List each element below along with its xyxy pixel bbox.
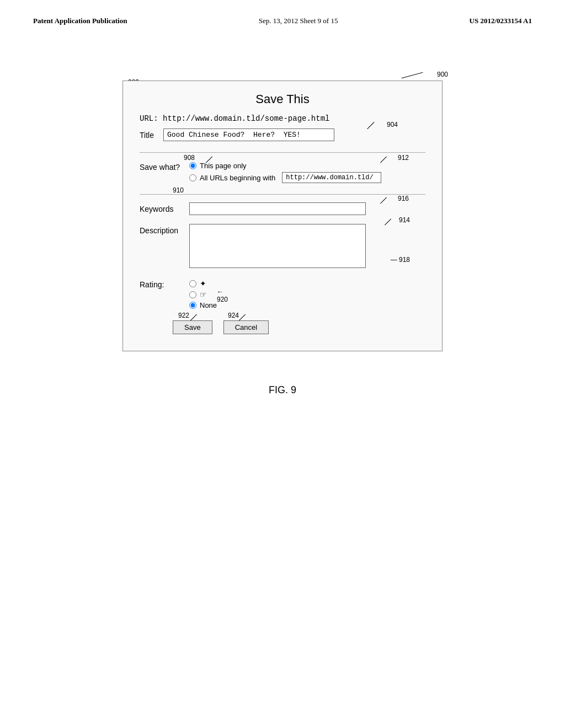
divider-1 [140,152,425,153]
title-row: Title 904 [140,129,425,141]
dialog-title: Save This [140,92,425,106]
ref-900: 900 [437,71,448,78]
radio-all-urls-input[interactable] [189,174,196,181]
ref-922: 922 [178,312,189,319]
ref-924: 924 [228,312,239,319]
ref-912: 912 [398,154,409,162]
ref-908: 908 [184,154,195,162]
ref-904: 904 [387,121,398,129]
url-label: URL: [140,114,158,123]
all-urls-input[interactable] [282,172,381,183]
patent-header: Patent Application Publication Sep. 13, … [0,0,565,25]
rating-item-3: None [189,301,217,309]
star-icon: ✦ [200,279,206,288]
ref-910: 910 [173,186,184,194]
radio-group: 908 This page only All URLs beginning wi… [189,162,381,183]
save-button[interactable]: Save [173,320,212,334]
rating-none-label: None [200,301,217,309]
description-label: Description [140,224,189,235]
keywords-label: Keywords [140,205,189,213]
line-912 [380,156,387,163]
title-label: Title [140,131,159,140]
buttons-row: 922 924 Save Cancel [173,320,425,334]
rating-label: Rating: [140,279,189,289]
radio-all-urls-label: All URLs beginning with [200,174,275,182]
radio-this-page-input[interactable] [189,162,196,169]
main-content: 900 902 Save This URL: http://www.domain… [89,81,476,396]
rating-options: ✦ ☞ ← 920 None [189,279,217,309]
line-916 [380,197,387,204]
rating-item-2: ☞ ← 920 [189,290,217,299]
rating-row: Rating: ✦ ☞ ← 920 [140,279,425,309]
radio-this-page-label: This page only [200,162,247,170]
divider-2 [140,194,425,195]
cancel-button[interactable]: Cancel [223,320,269,334]
url-row: URL: http://www.domain.tld/some-page.htm… [140,114,425,123]
radio-this-page: This page only [189,162,381,170]
rating-radio-3[interactable] [189,302,196,309]
save-what-row: Save what? 908 This page only All URLs b… [140,162,425,183]
line-914 [385,218,391,225]
radio-all-urls: All URLs beginning with 912 [189,172,381,183]
title-input[interactable] [163,129,334,141]
hand-icon: ☞ [200,290,207,299]
rating-radio-2[interactable] [189,291,196,298]
description-row: Description 914 — 918 [140,224,425,268]
header-left: Patent Application Publication [33,17,127,25]
dialog-box: Save This URL: http://www.domain.tld/som… [122,81,443,351]
url-value: http://www.domain.tld/some-page.html [163,114,329,123]
line-924 [239,314,246,320]
header-center: Sep. 13, 2012 Sheet 9 of 15 [259,17,338,25]
description-textarea[interactable] [189,224,366,268]
keywords-row: Keywords 916 [140,202,425,215]
ref-918: — 918 [391,256,410,264]
rating-item-1: ✦ [189,279,217,288]
ref-916: 916 [398,195,409,202]
ref-920: ← 920 [217,288,228,303]
line-922 [190,314,197,320]
header-right: US 2012/0233154 A1 [470,17,532,25]
keywords-input[interactable] [189,202,366,215]
arrow-900 [402,72,423,78]
rating-radio-1[interactable] [189,280,196,287]
save-what-label: Save what? [140,162,189,172]
figure-caption: FIG. 9 [89,384,476,396]
ref-914: 914 [399,216,410,224]
